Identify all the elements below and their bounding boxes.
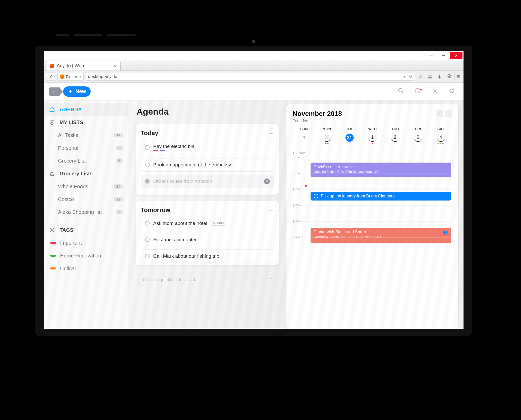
calendar-weekdays: SUNMON TUEWED THUFRI SAT [293,127,452,131]
cal-prev-button[interactable]: ‹ [436,110,443,117]
page-title: Agenda [137,107,278,117]
download-icon[interactable]: ⬇ [436,73,443,81]
back-button[interactable] [46,73,56,81]
settings-icon[interactable] [428,88,441,95]
today-heading: Today [141,129,158,137]
quick-add-input[interactable]: Click to quickly add a task [138,274,262,286]
tags-icon [49,227,55,233]
task-time: 5:30PM [211,221,226,226]
tag-chip-icon[interactable]: ✓ [49,87,60,96]
sidebar-section-mylists[interactable]: MY LISTS [44,116,128,129]
task-checkbox[interactable] [145,163,150,167]
calendar-day: Tuesday [293,119,342,123]
date-cell[interactable]: 29 [293,134,315,144]
home-icon[interactable] [445,72,453,81]
firefox-nav-label[interactable]: Firefox ▾ [57,73,84,81]
attendees-icon: 👥 [443,230,448,235]
plus-icon: ＋ [68,88,73,95]
add-today-button[interactable]: ＋ [268,129,274,137]
task-checkbox[interactable] [145,179,150,184]
task-checkbox[interactable] [145,221,150,226]
event-laundry[interactable]: Pick up the laundry from Bright Cleaners [311,192,451,201]
tag-swatch [50,242,56,244]
sidebar-item-personal[interactable]: Personal 9 [44,142,128,154]
now-indicator [308,186,452,186]
cal-next-button[interactable]: › [445,110,452,117]
date-cell[interactable]: 2 [384,134,407,144]
quick-add-row: Click to quickly add a task [136,272,279,286]
tomorrow-card: Tomorrow ＋ Ask mom about the hotel 5:30P… [136,201,279,265]
task-item[interactable]: Call Mark about our fishing trip [141,249,274,263]
tablet-buttons [56,34,136,36]
home-icon [49,107,55,112]
calendar-title: November 2018 [293,110,342,118]
app-body: AGENDA MY LISTS All Tasks 14 Personal [44,101,464,329]
dropdown-icon: ▾ [79,74,81,79]
quick-add-submit[interactable] [265,274,277,286]
sync-icon[interactable] [445,88,458,95]
browser-urlbar: Firefox ▾ desktop.any.do ▾ ↻ ☆ ▤ ⬇ ≡ [44,71,464,83]
firefox-icon [60,74,64,79]
date-cell[interactable]: 3 [407,134,429,144]
sidebar-item-costco[interactable]: Costco 22 [44,193,128,206]
task-item[interactable]: Order tissues from Amazon ✕ [141,175,274,188]
browser-tab[interactable]: Any.do | Web ✕ [46,61,121,71]
task-item[interactable]: Pay the electric bill [141,140,274,155]
sidebar-item-wholefoods[interactable]: Whole Foods 14 [44,180,128,193]
task-item[interactable]: Book an appotiment at the embassy [141,158,274,172]
sidebar-item-alexa[interactable]: Alexa Shopping list 9 [44,206,128,218]
app-toolbar: ✓ ＋ New [44,83,464,101]
sidebar: AGENDA MY LISTS All Tasks 14 Personal [44,101,128,329]
tag-swatch [50,255,56,257]
task-checkbox[interactable] [145,237,150,242]
calendar-timeline[interactable]: ALL DAY 3 PM David's soccer practice Che… [293,149,452,329]
minimize-button[interactable]: ─ [425,52,437,59]
add-tomorrow-button[interactable]: ＋ [268,206,274,214]
maximize-button[interactable]: ▭ [437,52,450,59]
date-cell[interactable]: 30 [315,134,338,144]
sidebar-item-alltasks[interactable]: All Tasks 14 [44,129,128,142]
menu-icon[interactable]: ≡ [455,72,461,81]
sidebar-item-agenda[interactable]: AGENDA [44,103,128,116]
svg-rect-2 [416,89,420,93]
search-icon[interactable] [394,88,408,95]
tab-close-icon[interactable]: ✕ [112,62,117,69]
svg-point-5 [50,228,54,232]
reader-icon[interactable]: ▤ [426,73,434,81]
tomorrow-heading: Tomorrow [141,206,170,214]
close-button[interactable]: ✕ [450,52,462,59]
app-root: ✓ ＋ New [44,83,464,329]
sidebar-tag-home[interactable]: Home Renovation [44,249,128,262]
svg-line-1 [402,92,403,93]
today-card: Today ＋ Pay the electric bill [136,124,279,195]
task-checkbox[interactable] [145,145,150,150]
date-cell-today[interactable]: 31 [338,134,361,144]
sidebar-tag-important[interactable]: Important [44,236,128,249]
bookmark-icon[interactable]: ☆ [417,73,424,81]
svg-point-3 [434,90,436,92]
back-icon [49,75,53,78]
reload-icon[interactable]: ↻ [409,74,412,79]
new-button[interactable]: ＋ New [63,86,91,97]
address-bar[interactable]: desktop.any.do ▾ ↻ [85,73,415,81]
dropdown-icon[interactable]: ▾ [403,74,406,79]
sidebar-item-grocerylist[interactable]: Grocery List 5 [44,154,128,167]
sidebar-section-tags[interactable]: TAGS [44,224,128,236]
sidebar-section-grocery[interactable]: Grocery Lists [44,167,128,180]
tag-swatch [50,267,56,269]
main-column: Agenda Today ＋ Pay the electric bill [128,101,280,329]
window-controls: ─ ▭ ✕ [44,51,464,60]
sidebar-tag-critical[interactable]: Critical [44,262,128,275]
date-cell[interactable]: 1 [361,134,384,144]
task-checkbox[interactable] [145,254,150,258]
task-item[interactable]: Ask mom about the hotel 5:30PM [141,217,274,230]
allday-label: ALL DAY [293,149,452,158]
delete-task-icon[interactable]: ✕ [264,178,270,184]
basket-icon [49,171,55,176]
notifications-icon[interactable] [411,88,424,95]
task-item[interactable]: Fix Jane's computer [141,233,274,246]
check-circle-icon [49,119,55,125]
date-cell[interactable]: 4 [429,134,452,144]
svg-point-4 [50,120,54,125]
calendar-card: November 2018 Tuesday ‹ › SUNMON TUEWED [286,104,458,329]
